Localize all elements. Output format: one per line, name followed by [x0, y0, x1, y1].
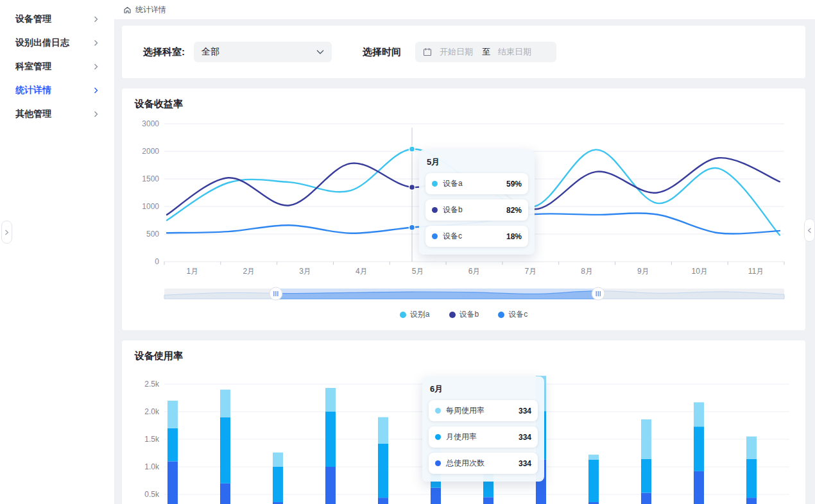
bar-segment-2月-2[interactable] [220, 390, 230, 417]
series-dot-icon [432, 207, 438, 213]
tooltip-series-value: 334 [519, 459, 531, 468]
date-range-separator: 至 [482, 46, 490, 58]
y-axis-label: 1000 [142, 202, 159, 211]
sidebar-item-department-management[interactable]: 科室管理 [0, 55, 114, 78]
tooltip-series-name: 设备b [443, 205, 497, 215]
series-dot-icon [432, 233, 438, 239]
tooltip-row: 设备c18% [425, 226, 528, 247]
y-axis-label: 0 [155, 257, 159, 266]
tooltip-header: 6月 [430, 383, 536, 395]
series-dot-icon [435, 408, 441, 414]
calendar-icon [423, 47, 432, 56]
tooltip-row: 每周使用率334 [429, 400, 538, 421]
bar-segment-12月-2[interactable] [746, 437, 757, 459]
y-axis-label: 1500 [142, 174, 159, 183]
bar-segment-4月-1[interactable] [325, 412, 336, 467]
bar-segment-4月-2[interactable] [325, 388, 336, 412]
x-axis-label: 7月 [524, 267, 536, 276]
bar-segment-1月-1[interactable] [167, 428, 178, 462]
sidebar-expand-toggle[interactable] [1, 221, 12, 244]
x-axis-label: 1月 [187, 267, 199, 276]
bar-segment-3月-1[interactable] [273, 467, 283, 502]
filter-card: 选择科室: 全部 选择时间 开始日期 至 结束日期 [122, 26, 805, 78]
sidebar-item-device-management[interactable]: 设备管理 [0, 7, 114, 31]
bar-segment-4月-0[interactable] [325, 467, 336, 504]
bar-segment-11月-2[interactable] [694, 402, 704, 426]
bar-segment-2月-1[interactable] [220, 417, 230, 483]
legend-label: 设备c [508, 309, 528, 320]
tooltip-header: 5月 [427, 156, 527, 168]
bar-segment-12月-0[interactable] [746, 498, 757, 504]
sidebar-item-other-management[interactable]: 其他管理 [0, 102, 114, 126]
sidebar-item-label: 统计详情 [15, 85, 51, 96]
datazoom-slider[interactable] [135, 287, 796, 302]
legend-dot-icon [400, 312, 406, 318]
x-axis-label: 2月 [243, 267, 255, 276]
y-axis-label: 2000 [142, 147, 159, 156]
sidebar-item-label: 其他管理 [15, 108, 51, 120]
chevron-right-icon [4, 230, 9, 235]
bar-segment-5月-1[interactable] [378, 444, 388, 498]
bar-segment-10月-2[interactable] [641, 419, 651, 459]
tooltip-series-value: 334 [519, 433, 531, 442]
bar-segment-1月-0[interactable] [167, 461, 178, 504]
y-axis-label: 0.5k [144, 490, 160, 499]
bar-segment-10月-0[interactable] [641, 492, 651, 504]
datazoom-handle-left[interactable] [270, 287, 282, 300]
bar-chart-tooltip: 6月每周使用率334月使用率334总使用次数334 [422, 376, 544, 482]
tooltip-series-name: 每周使用率 [446, 405, 510, 416]
bar-segment-9月-2[interactable] [588, 455, 599, 460]
x-axis-label: 3月 [299, 267, 311, 276]
legend-label: 设别a [410, 309, 430, 320]
bar-segment-2月-0[interactable] [220, 483, 230, 504]
tooltip-series-name: 设备c [443, 231, 497, 242]
legend-label: 设备b [459, 309, 479, 320]
bar-segment-9月-1[interactable] [588, 460, 599, 502]
sidebar-item-statistics-detail[interactable]: 统计详情 [0, 78, 114, 102]
tooltip-row: 月使用率334 [429, 426, 538, 448]
y-axis-label: 2.0k [144, 407, 160, 416]
time-label: 选择时间 [363, 46, 401, 58]
end-date-input[interactable]: 结束日期 [498, 46, 531, 58]
datazoom-handle-right[interactable] [592, 287, 605, 300]
chevron-right-icon [94, 63, 98, 70]
home-icon [123, 6, 132, 14]
x-axis-label: 10月 [692, 267, 708, 276]
breadcrumb-label: 统计详情 [135, 4, 166, 15]
sidebar-item-label: 科室管理 [15, 61, 51, 72]
chart-title-revenue-rate: 设备收益率 [135, 98, 793, 110]
bar-segment-6月-0[interactable] [431, 488, 441, 504]
bar-segment-11月-0[interactable] [694, 471, 704, 504]
date-range-picker[interactable]: 开始日期 至 结束日期 [415, 42, 556, 62]
department-select[interactable]: 全部 [194, 42, 332, 62]
department-label: 选择科室: [143, 46, 185, 58]
sidebar-item-lending-log[interactable]: 设别出借日志 [0, 31, 114, 55]
bar-segment-1月-2[interactable] [167, 401, 178, 428]
sidebar-item-label: 设别出借日志 [15, 37, 69, 49]
content-area: 选择科室: 全部 选择时间 开始日期 至 结束日期 设备收益率 05001000… [114, 19, 815, 504]
bar-segment-7月-0[interactable] [483, 497, 493, 504]
tooltip-row: 设备a59% [425, 173, 528, 194]
legend-item-1[interactable]: 设备b [449, 309, 479, 320]
panel-collapse-toggle[interactable] [804, 219, 815, 242]
bar-segment-10月-1[interactable] [641, 459, 651, 492]
x-axis-label: 5月 [412, 267, 424, 276]
bar-segment-12月-1[interactable] [746, 459, 757, 498]
bar-segment-3月-2[interactable] [273, 453, 283, 467]
series-dot-icon [435, 460, 441, 466]
start-date-input[interactable]: 开始日期 [440, 46, 473, 58]
bar-segment-5月-0[interactable] [378, 498, 388, 504]
legend-item-2[interactable]: 设备c [498, 309, 528, 320]
chevron-right-icon [94, 111, 98, 117]
y-axis-label: 3000 [142, 119, 159, 128]
y-axis-label: 1.0k [144, 462, 160, 471]
chart-title-usage-rate: 设备使用率 [135, 350, 793, 362]
main-area: 统计详情 选择科室: 全部 选择时间 开始日期 至 结束日期 设备收益率 [114, 0, 815, 504]
revenue-rate-chart-card: 设备收益率 050010001500200030001月2月3月4月5月6月7月… [122, 88, 805, 330]
bar-segment-5月-2[interactable] [378, 417, 388, 444]
breadcrumb[interactable]: 统计详情 [123, 4, 166, 15]
legend-item-0[interactable]: 设别a [400, 309, 430, 320]
chevron-right-icon [94, 16, 98, 22]
line-chart-tooltip: 5月设备a59%设备b82%设备c18% [419, 149, 535, 255]
bar-segment-11月-1[interactable] [694, 426, 704, 471]
